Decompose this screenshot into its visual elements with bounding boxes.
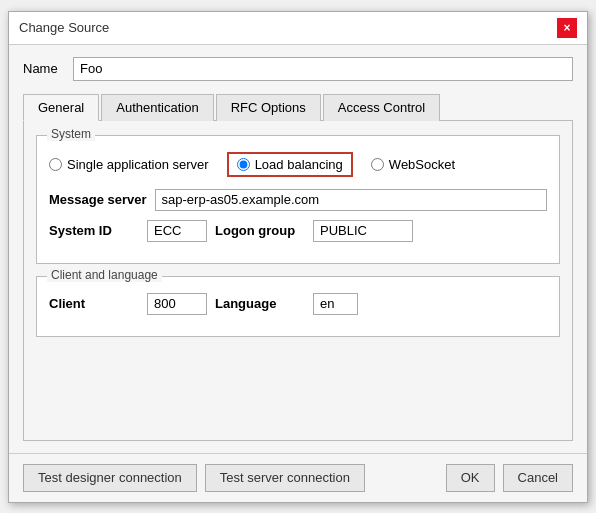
tab-access-control[interactable]: Access Control [323,94,440,121]
tab-general[interactable]: General [23,94,99,121]
radio-load-balancing-input[interactable] [237,158,250,171]
system-id-label: System ID [49,223,139,238]
dialog-title: Change Source [19,20,109,35]
client-input[interactable] [147,293,207,315]
client-language-section: Client and language Client Language [36,276,560,337]
radio-single-input[interactable] [49,158,62,171]
language-group: Language [215,293,358,315]
dialog-footer: Test designer connection Test server con… [9,453,587,502]
radio-load-balancing-highlighted: Load balancing [227,152,353,177]
message-server-label: Message server [49,192,147,207]
footer-left: Test designer connection Test server con… [23,464,365,492]
change-source-dialog: Change Source × Name General Authenticat… [8,11,588,503]
footer-right: OK Cancel [446,464,573,492]
title-bar: Change Source × [9,12,587,45]
system-id-logon-row: System ID Logon group [49,220,547,242]
logon-group-label: Logon group [215,223,305,238]
system-section: System Single application server Load ba… [36,135,560,264]
client-language-content: Client Language [37,277,559,336]
tab-rfc-options[interactable]: RFC Options [216,94,321,121]
dialog-body: Name General Authentication RFC Options … [9,45,587,453]
system-section-content: Single application server Load balancing… [37,136,559,263]
name-row: Name [23,57,573,81]
radio-websocket-input[interactable] [371,158,384,171]
language-input[interactable] [313,293,358,315]
system-section-title: System [47,127,95,141]
client-label: Client [49,296,139,311]
client-language-row: Client Language [49,293,547,315]
radio-load-balancing[interactable]: Load balancing [237,157,343,172]
system-id-input[interactable] [147,220,207,242]
ok-button[interactable]: OK [446,464,495,492]
message-server-row: Message server [49,189,547,211]
language-label: Language [215,296,305,311]
test-designer-button[interactable]: Test designer connection [23,464,197,492]
radio-single-app[interactable]: Single application server [49,157,209,172]
close-button[interactable]: × [557,18,577,38]
radio-row: Single application server Load balancing… [49,152,547,177]
tabs: General Authentication RFC Options Acces… [23,93,573,121]
logon-group-group: Logon group [215,220,413,242]
test-server-button[interactable]: Test server connection [205,464,365,492]
general-panel: System Single application server Load ba… [23,121,573,441]
message-server-input[interactable] [155,189,547,211]
logon-group-input[interactable] [313,220,413,242]
name-label: Name [23,61,63,76]
radio-websocket[interactable]: WebSocket [371,157,455,172]
name-input[interactable] [73,57,573,81]
tab-authentication[interactable]: Authentication [101,94,213,121]
cancel-button[interactable]: Cancel [503,464,573,492]
client-language-title: Client and language [47,268,162,282]
